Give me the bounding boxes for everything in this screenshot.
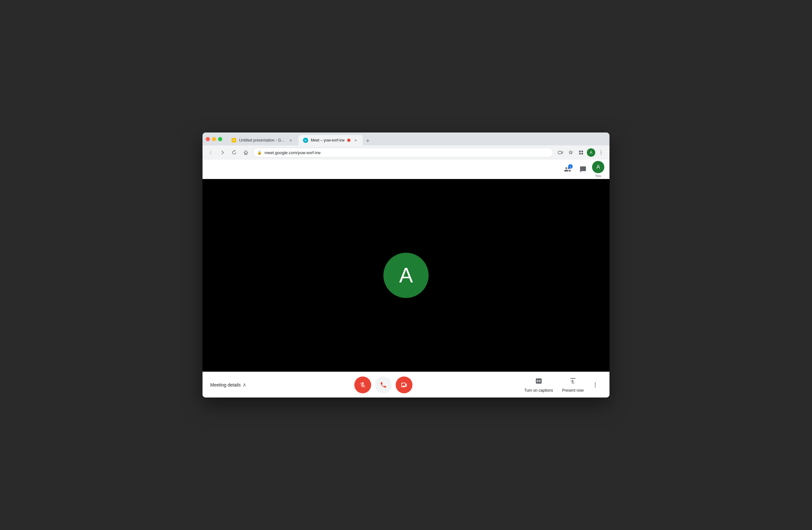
chat-button[interactable]: [577, 163, 590, 176]
meet-tab-icon-container: M: [303, 138, 308, 143]
svg-point-11: [601, 151, 601, 151]
present-icon: [569, 377, 577, 387]
camera-toolbar-button[interactable]: [556, 148, 565, 157]
captions-label: Turn on captions: [524, 388, 553, 393]
bottom-bar: Meeting details ∧: [203, 372, 609, 398]
user-avatar-video: A: [383, 253, 429, 298]
maximize-button[interactable]: [218, 137, 222, 141]
svg-rect-9: [579, 153, 581, 155]
end-call-button[interactable]: [375, 376, 392, 393]
people-count-badge: 1: [568, 164, 572, 169]
user-avatar-toolbar[interactable]: A: [587, 148, 595, 157]
camera-button[interactable]: [396, 376, 412, 393]
svg-rect-10: [581, 153, 583, 155]
svg-point-13: [601, 154, 601, 155]
svg-point-16: [595, 386, 596, 387]
svg-point-15: [595, 384, 596, 385]
refresh-button[interactable]: [230, 148, 239, 157]
svg-rect-1: [233, 139, 235, 140]
home-button[interactable]: [241, 148, 250, 157]
star-button[interactable]: [566, 148, 575, 157]
svg-point-14: [595, 382, 596, 383]
url-text: meet.google.com/yuw-exrf-irw: [264, 150, 549, 155]
lock-icon: 🔒: [257, 150, 262, 155]
recording-indicator: [347, 139, 350, 142]
meet-tab-label: Meet – yuw-exrf-irw: [311, 138, 345, 143]
chevron-icon: ∧: [243, 382, 246, 388]
chrome-bar: Untitled presentation - Google ✕ M Meet …: [203, 132, 609, 145]
meet-icon: M: [303, 138, 308, 143]
svg-rect-3: [233, 141, 234, 141]
meet-tab-close[interactable]: ✕: [353, 138, 358, 143]
you-label: You: [595, 174, 601, 178]
more-options-button[interactable]: [589, 378, 602, 391]
svg-point-12: [601, 152, 601, 153]
slides-tab-icon: [231, 138, 236, 143]
tabs-row: Untitled presentation - Google ✕ M Meet …: [227, 132, 606, 145]
svg-rect-2: [233, 140, 235, 141]
meeting-details-label: Meeting details: [210, 382, 241, 387]
svg-text:M: M: [305, 140, 306, 142]
svg-rect-7: [579, 151, 581, 152]
video-area: A: [203, 179, 609, 372]
meet-top-panel: 1 A You: [203, 160, 609, 179]
toolbar-right: A: [556, 148, 606, 157]
tab-meet[interactable]: M Meet – yuw-exrf-irw ✕: [299, 135, 363, 145]
present-label: Present now: [562, 388, 584, 393]
browser-window: Untitled presentation - Google ✕ M Meet …: [203, 132, 609, 398]
traffic-lights: [206, 137, 222, 141]
minimize-button[interactable]: [212, 137, 216, 141]
extensions-button[interactable]: [577, 148, 585, 157]
slides-icon: [232, 138, 236, 143]
address-bar[interactable]: 🔒 meet.google.com/yuw-exrf-irw: [253, 148, 553, 157]
slides-tab-label: Untitled presentation - Google: [239, 138, 286, 143]
address-bar-row: 🔒 meet.google.com/yuw-exrf-irw: [203, 145, 609, 160]
svg-rect-6: [558, 151, 561, 154]
meeting-details[interactable]: Meeting details ∧: [210, 382, 246, 388]
tab-slides[interactable]: Untitled presentation - Google ✕: [227, 135, 298, 145]
present-button[interactable]: Present now: [558, 375, 588, 395]
slides-tab-close[interactable]: ✕: [288, 138, 293, 143]
user-avatar-meet[interactable]: A: [592, 161, 604, 173]
mute-button[interactable]: [354, 376, 371, 393]
close-button[interactable]: [206, 137, 210, 141]
back-button[interactable]: [206, 148, 215, 157]
forward-button[interactable]: [218, 148, 227, 157]
meet-content: 1 A You A Meeting details ∧: [203, 160, 609, 398]
user-avatar-panel: A You: [592, 161, 604, 178]
captions-icon: [535, 377, 542, 387]
right-controls: Turn on captions Present now: [520, 375, 602, 395]
svg-rect-8: [581, 151, 583, 152]
avatar-video-letter: A: [399, 263, 413, 287]
captions-button[interactable]: Turn on captions: [520, 375, 557, 395]
people-button[interactable]: 1: [561, 163, 574, 176]
new-tab-button[interactable]: +: [363, 137, 373, 145]
center-controls: [246, 376, 520, 393]
menu-button[interactable]: [597, 148, 606, 157]
